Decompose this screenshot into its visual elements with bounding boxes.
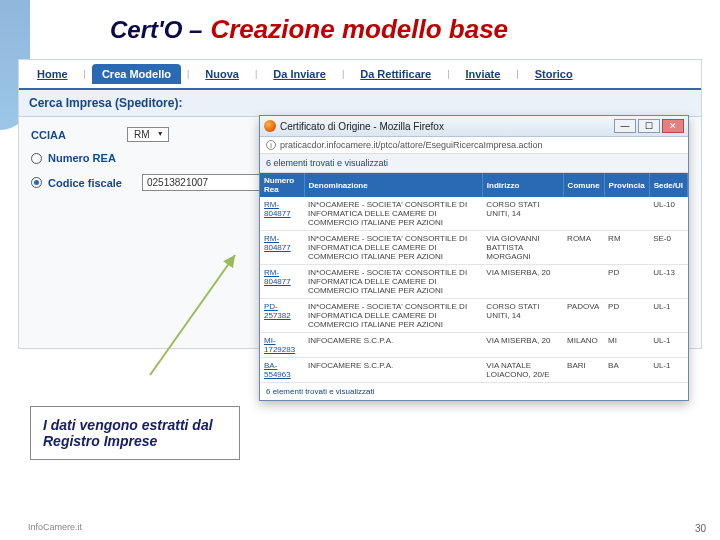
results-popup: Certificato di Origine - Mozilla Firefox…: [259, 115, 689, 401]
table-row[interactable]: RM-804877IN*OCAMERE - SOCIETA' CONSORTIL…: [260, 231, 688, 265]
table-row[interactable]: PD-257382IN*OCAMERE - SOCIETA' CONSORTIL…: [260, 299, 688, 333]
cciaa-label: CCIAA: [31, 129, 121, 141]
table-row[interactable]: RM-804877IN*OCAMERE - SOCIETA' CONSORTIL…: [260, 197, 688, 231]
col-sede: Sede/Ul: [649, 173, 687, 197]
minimize-button[interactable]: —: [614, 119, 636, 133]
col-provincia: Provincia: [604, 173, 649, 197]
nav-storico[interactable]: Storico: [525, 64, 583, 84]
title-red: Creazione modello base: [210, 14, 508, 45]
results-table: Numero Rea Denominazione Indirizzo Comun…: [260, 173, 688, 383]
cciaa-select[interactable]: RM: [127, 127, 169, 142]
brand-footer: InfoCamere.it: [28, 522, 82, 532]
panel-header: Cerca Impresa (Speditore):: [19, 90, 701, 117]
slide-title: Cert'O – Creazione modello base: [0, 0, 720, 55]
col-denominazione: Denominazione: [304, 173, 482, 197]
cf-input[interactable]: 02513821007: [142, 174, 262, 191]
nav-da-rettificare[interactable]: Da Rettificare: [350, 64, 441, 84]
firefox-icon: [264, 120, 276, 132]
title-black: Cert'O –: [110, 16, 202, 44]
rea-label: Numero REA: [48, 152, 116, 164]
radio-rea[interactable]: [31, 153, 42, 164]
nav-nuova[interactable]: Nuova: [195, 64, 249, 84]
table-row[interactable]: BA-554963INFOCAMERE S.C.P.A.VIA NATALE L…: [260, 358, 688, 383]
nav-crea-modello[interactable]: Crea Modello: [92, 64, 181, 84]
popup-titlebar: Certificato di Origine - Mozilla Firefox…: [260, 116, 688, 137]
maximize-button[interactable]: ☐: [638, 119, 660, 133]
nav-inviate[interactable]: Inviate: [456, 64, 511, 84]
col-rea: Numero Rea: [260, 173, 304, 197]
page-number: 30: [695, 523, 706, 534]
col-comune: Comune: [563, 173, 604, 197]
radio-codice-fiscale[interactable]: [31, 177, 42, 188]
close-button[interactable]: ✕: [662, 119, 684, 133]
table-row[interactable]: MI-1729283INFOCAMERE S.C.P.A.VIA MISERBA…: [260, 333, 688, 358]
info-icon: i: [266, 140, 276, 150]
table-row[interactable]: RM-804877IN*OCAMERE - SOCIETA' CONSORTIL…: [260, 265, 688, 299]
main-nav: Home | Crea Modello | Nuova | Da Inviare…: [19, 60, 701, 90]
results-count-bottom: 6 elementi trovati e visualizzati: [260, 383, 688, 400]
nav-da-inviare[interactable]: Da Inviare: [263, 64, 336, 84]
results-count-top: 6 elementi trovati e visualizzati: [260, 154, 688, 173]
app-window: Home | Crea Modello | Nuova | Da Inviare…: [18, 59, 702, 349]
url-text: praticacdor.infocamere.it/ptco/attore/Es…: [280, 140, 543, 150]
annotation-callout: I dati vengono estratti dal Registro Imp…: [30, 406, 240, 460]
popup-title: Certificato di Origine - Mozilla Firefox: [280, 121, 612, 132]
nav-home[interactable]: Home: [27, 64, 78, 84]
url-bar: i praticacdor.infocamere.it/ptco/attore/…: [260, 137, 688, 154]
cf-label: Codice fiscale: [48, 177, 122, 189]
col-indirizzo: Indirizzo: [482, 173, 563, 197]
